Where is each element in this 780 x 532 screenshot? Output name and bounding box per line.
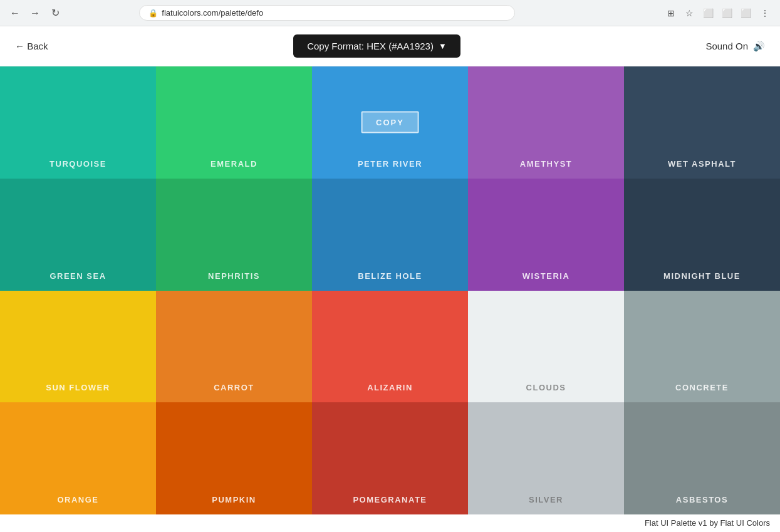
color-cell-emerald[interactable]: COPYEMERALD bbox=[156, 66, 312, 179]
sound-label: Sound On bbox=[705, 41, 748, 51]
color-cell-asbestos[interactable]: COPYASBESTOS bbox=[624, 402, 780, 514]
color-cell-midnight-blue[interactable]: COPYMIDNIGHT BLUE bbox=[624, 179, 780, 291]
app-footer: Flat UI Palette v1 by Flat UI Colors bbox=[0, 514, 780, 531]
color-name-belize-hole: BELIZE HOLE bbox=[358, 271, 422, 281]
browser-icons: ⊞ ☆ ⬜ ⬜ ⬜ ⋮ bbox=[663, 6, 772, 21]
color-name-wet-asphalt: WET ASPHALT bbox=[668, 159, 736, 169]
color-name-nephritis: NEPHRITIS bbox=[208, 271, 260, 281]
color-cell-alizarin[interactable]: COPYALIZARIN bbox=[312, 291, 468, 403]
color-name-sun-flower: SUN FLOWER bbox=[46, 383, 110, 392]
color-cell-pomegranate[interactable]: COPYPOMEGRANATE bbox=[312, 402, 468, 514]
color-name-carrot: CARROT bbox=[214, 383, 254, 392]
color-name-green-sea: GREEN SEA bbox=[49, 271, 106, 281]
color-name-silver: SILVER bbox=[529, 495, 563, 504]
browser-chrome: ← → ↻ 🔒 flatuicolors.com/palette/defo ⊞ … bbox=[0, 0, 780, 26]
color-cell-wet-asphalt[interactable]: COPYWET ASPHALT bbox=[624, 66, 780, 179]
sound-icon: 🔊 bbox=[753, 41, 765, 52]
copy-format-label: Copy Format: HEX (#AA1923) bbox=[307, 41, 434, 51]
footer-credit: Flat UI Palette v1 by Flat UI Colors bbox=[645, 518, 770, 528]
copy-format-button[interactable]: Copy Format: HEX (#AA1923) ▼ bbox=[293, 34, 460, 58]
color-cell-sun-flower[interactable]: COPYSUN FLOWER bbox=[0, 291, 156, 403]
color-cell-green-sea[interactable]: COPYGREEN SEA bbox=[0, 179, 156, 291]
forward-nav-button[interactable]: → bbox=[28, 6, 43, 21]
color-name-clouds: CLOUDS bbox=[526, 383, 566, 392]
color-name-orange: ORANGE bbox=[57, 495, 98, 504]
copy-button-peter-river[interactable]: COPY bbox=[361, 112, 419, 133]
color-cell-nephritis[interactable]: COPYNEPHRITIS bbox=[156, 179, 312, 291]
color-cell-amethyst[interactable]: COPYAMETHYST bbox=[468, 66, 624, 179]
color-name-turquoise: TURQUOISE bbox=[49, 159, 107, 169]
app-header: ← Back Copy Format: HEX (#AA1923) ▼ Soun… bbox=[0, 26, 780, 66]
color-cell-carrot[interactable]: COPYCARROT bbox=[156, 291, 312, 403]
sound-button[interactable]: Sound On 🔊 bbox=[705, 41, 765, 52]
color-grid: COPYTURQUOISECOPYEMERALDCOPYPETER RIVERC… bbox=[0, 66, 780, 514]
color-name-alizarin: ALIZARIN bbox=[367, 383, 413, 392]
star-icon[interactable]: ☆ bbox=[682, 6, 697, 21]
address-bar[interactable]: 🔒 flatuicolors.com/palette/defo bbox=[139, 5, 515, 21]
color-cell-turquoise[interactable]: COPYTURQUOISE bbox=[0, 66, 156, 179]
ext2-icon[interactable]: ⬜ bbox=[720, 6, 735, 21]
ext3-icon[interactable]: ⬜ bbox=[739, 6, 754, 21]
url-text: flatuicolors.com/palette/defo bbox=[162, 8, 263, 18]
back-nav-button[interactable]: ← bbox=[8, 6, 23, 21]
color-cell-orange[interactable]: COPYORANGE bbox=[0, 402, 156, 514]
dropdown-arrow-icon: ▼ bbox=[439, 41, 447, 51]
color-name-wisteria: WISTERIA bbox=[523, 271, 570, 281]
color-cell-silver[interactable]: COPYSILVER bbox=[468, 402, 624, 514]
color-name-peter-river: PETER RIVER bbox=[358, 159, 422, 169]
back-button[interactable]: ← Back bbox=[15, 41, 48, 51]
menu-icon[interactable]: ⋮ bbox=[757, 6, 772, 21]
color-name-concrete: CONCRETE bbox=[675, 383, 729, 392]
translate-icon[interactable]: ⊞ bbox=[663, 6, 679, 21]
ext1-icon[interactable]: ⬜ bbox=[701, 6, 716, 21]
color-cell-peter-river[interactable]: COPYPETER RIVER bbox=[312, 66, 468, 179]
color-name-pomegranate: POMEGRANATE bbox=[353, 495, 427, 504]
color-name-pumpkin: PUMPKIN bbox=[212, 495, 256, 504]
color-name-asbestos: ASBESTOS bbox=[676, 495, 728, 504]
color-cell-belize-hole[interactable]: COPYBELIZE HOLE bbox=[312, 179, 468, 291]
color-cell-pumpkin[interactable]: COPYPUMPKIN bbox=[156, 402, 312, 514]
color-name-emerald: EMERALD bbox=[211, 159, 257, 169]
color-name-amethyst: AMETHYST bbox=[520, 159, 573, 169]
reload-nav-button[interactable]: ↻ bbox=[48, 6, 63, 21]
lock-icon: 🔒 bbox=[148, 9, 158, 18]
color-name-midnight-blue: MIDNIGHT BLUE bbox=[663, 271, 741, 281]
color-cell-wisteria[interactable]: COPYWISTERIA bbox=[468, 179, 624, 291]
color-cell-concrete[interactable]: COPYCONCRETE bbox=[624, 291, 780, 403]
color-cell-clouds[interactable]: COPYCLOUDS bbox=[468, 291, 624, 403]
